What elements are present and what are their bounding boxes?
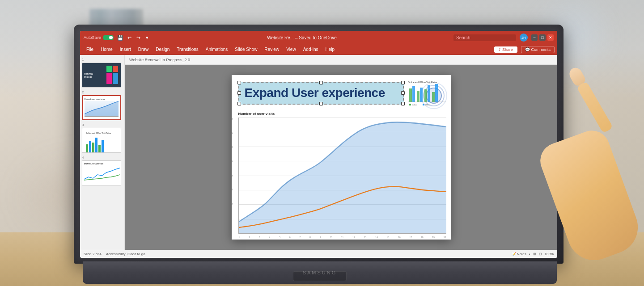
minimize-button[interactable]: – (531, 34, 538, 41)
handle-bm (319, 102, 323, 105)
y-label-10: 10 (232, 202, 233, 205)
x-14: 14 (375, 236, 378, 239)
notes-button[interactable]: 📝 Notes (512, 252, 526, 256)
x-18: 18 (421, 236, 424, 239)
x-12: 12 (352, 236, 355, 239)
slide-number-4: 4 (82, 156, 123, 160)
menu-help[interactable]: Help (322, 46, 339, 53)
handle-br (401, 102, 405, 105)
view-reading-icon[interactable]: ⊟ (539, 252, 542, 256)
svg-rect-6 (412, 86, 415, 102)
laptop-bezel: AutoSave 💾 ↩ ↪ ▾ Website Re... – Saved t… (74, 25, 564, 264)
bar-4 (95, 138, 97, 153)
mini-chart-top-right: Online and Offline Visit Rates (407, 80, 447, 106)
search-input[interactable] (453, 34, 516, 41)
laptop: AutoSave 💾 ↩ ↪ ▾ Website Re... – Saved t… (74, 25, 570, 284)
save-icon[interactable]: 💾 (117, 34, 123, 41)
autosave-label: AutoSave (84, 35, 101, 40)
slide-1-content: RenewalProject (82, 63, 121, 88)
slide-thumbnail-3[interactable]: 3 Online and Offline Visit Rates (82, 123, 123, 153)
user-avatar: JH (520, 34, 528, 42)
handle-tr (401, 81, 405, 84)
y-label-25: 25 (232, 160, 233, 163)
comments-button[interactable]: 💬 Comments (521, 46, 555, 53)
slide-2-content: Expand user experience (82, 95, 121, 120)
slide-1-visual: RenewalProject (82, 63, 121, 87)
menu-slideshow[interactable]: Slide Show (231, 46, 261, 53)
slide-thumbnail-4[interactable]: 4 MONTHLY STATISTICS (82, 156, 123, 185)
autosave-toggle[interactable] (103, 35, 114, 40)
menu-home[interactable]: Home (97, 46, 116, 53)
slide-3-bars (86, 135, 117, 153)
menu-review[interactable]: Review (261, 46, 283, 53)
menu-file[interactable]: File (83, 46, 97, 53)
x-axis-labels: 1 2 3 4 5 6 7 8 9 (239, 236, 446, 239)
view-grid-icon[interactable]: ⊞ (533, 252, 536, 256)
svg-rect-10 (428, 85, 430, 102)
menu-addins[interactable]: Add-ins (300, 46, 322, 53)
y-label-30: 30 (232, 146, 233, 148)
maximize-button[interactable]: □ (539, 34, 546, 41)
slide-number-3: 3 (82, 123, 123, 127)
menu-draw[interactable]: Draw (135, 46, 152, 53)
slide-number-2: 2 (82, 90, 123, 94)
zoom-level: 100% (545, 252, 554, 256)
slide-1-title: RenewalProject (84, 72, 93, 78)
svg-rect-3 (113, 73, 118, 84)
laptop-screen: AutoSave 💾 ↩ ↪ ▾ Website Re... – Saved t… (80, 31, 557, 258)
chart-area: 40 35 30 25 20 15 10 5 0 (238, 118, 446, 234)
area-chart (239, 118, 446, 233)
powerpoint-app: AutoSave 💾 ↩ ↪ ▾ Website Re... – Saved t… (80, 31, 557, 258)
x-4: 4 (269, 236, 270, 239)
svg-rect-5 (409, 88, 412, 102)
view-normal-icon[interactable]: ▪ (529, 252, 530, 256)
x-6: 6 (289, 236, 291, 239)
ppt-main-area: 1 RenewalProject (80, 55, 557, 250)
handle-tm (319, 81, 323, 84)
svg-text:Offline: Offline (425, 104, 431, 106)
title-icons: 💾 ↩ ↪ ▾ (117, 34, 150, 41)
slide-thumbnail-1[interactable]: 1 RenewalProject (82, 58, 123, 88)
slide-2-chart (85, 101, 119, 117)
y-label-40: 40 (232, 118, 233, 120)
menu-view[interactable]: View (283, 46, 300, 53)
menu-bar: File Home Insert Draw Design Transitions… (80, 44, 557, 55)
menu-animations[interactable]: Animations (202, 46, 231, 53)
x-13: 13 (364, 236, 367, 239)
x-11: 11 (341, 236, 344, 239)
file-title: Website Re... – Saved to OneDrive (150, 35, 453, 40)
handle-bl (237, 102, 241, 105)
slide-4-visual: MONTHLY STATISTICS (82, 161, 121, 185)
slide-canvas[interactable]: Expand User experience (232, 75, 451, 240)
bar-5 (98, 145, 101, 153)
redo-icon[interactable]: ↪ (135, 34, 141, 41)
bar-3 (92, 143, 94, 153)
menu-transitions[interactable]: Transitions (173, 46, 202, 53)
close-button[interactable]: ✕ (547, 34, 554, 41)
slide-number-1: 1 (82, 58, 123, 62)
slide-title-text: Website Renewal In Progress_2.0 (129, 58, 190, 62)
more-icon[interactable]: ▾ (144, 34, 150, 41)
slide-panel: 1 RenewalProject (80, 55, 125, 250)
status-bar: Slide 2 of 4 Accessibility: Good to go 📝… (80, 250, 557, 258)
svg-rect-2 (106, 73, 112, 84)
share-button[interactable]: ⤴ Share (494, 46, 517, 53)
menu-insert[interactable]: Insert (116, 46, 135, 53)
slide-4-title: MONTHLY STATISTICS (84, 163, 119, 165)
svg-text:Online and Offline Visit Rates: Online and Offline Visit Rates (408, 81, 437, 84)
slide-3-visual: Online and Offline Visit Rates (82, 128, 121, 152)
svg-text:Online: Online (412, 104, 417, 106)
slide-title-bar: Website Renewal In Progress_2.0 (125, 55, 557, 65)
user-area: JH (520, 34, 528, 42)
menu-design[interactable]: Design (152, 46, 173, 53)
x-1: 1 (239, 236, 240, 239)
expand-textbox[interactable]: Expand User experience (238, 82, 404, 105)
undo-icon[interactable]: ↩ (126, 34, 132, 41)
slide-thumbnail-2[interactable]: 2 Expand user experience (82, 90, 123, 120)
svg-rect-16 (423, 104, 424, 105)
handle-mr (401, 91, 405, 95)
svg-rect-14 (409, 104, 411, 105)
x-16: 16 (398, 236, 401, 239)
laptop-touchpad (293, 271, 347, 281)
y-axis-labels: 40 35 30 25 20 15 10 5 0 (232, 118, 233, 233)
